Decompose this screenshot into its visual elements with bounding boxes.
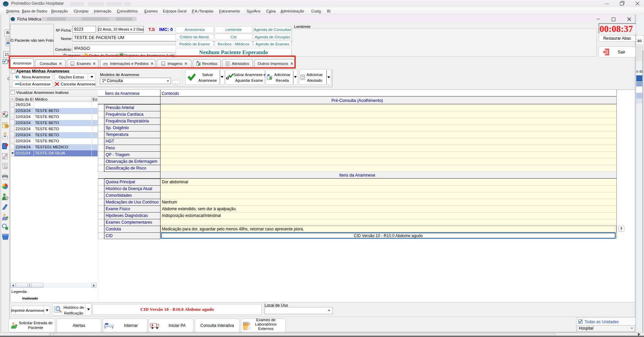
svg-text:ACT: ACT (120, 53, 123, 55)
